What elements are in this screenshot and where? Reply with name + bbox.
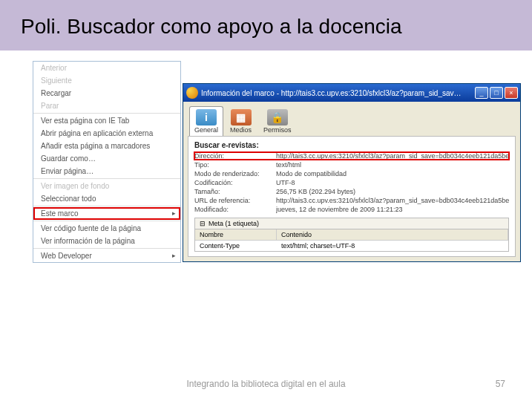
menu-web-developer[interactable]: Web Developer ▸ <box>33 250 180 262</box>
table-header-row: Nombre Contenido <box>195 229 508 241</box>
menu-select-all[interactable]: Seleccionar todo <box>33 192 180 205</box>
window-titlebar[interactable]: Información del marco - http://tais3.cc.… <box>183 84 520 102</box>
row-size: Tamaño: 256,75 KB (202.294 bytes) <box>194 188 509 195</box>
meta-toggle[interactable]: ⊟ Meta (1 etiqueta) <box>194 218 509 229</box>
col-name: Nombre <box>195 229 277 241</box>
menu-stop[interactable]: Parar <box>33 100 180 112</box>
media-icon: ▦ <box>231 109 252 125</box>
menu-item-label: Web Developer <box>41 252 92 260</box>
meta-table: Nombre Contenido Content-Type text/html;… <box>194 229 509 252</box>
tab-label: General <box>194 126 218 134</box>
cell-name: Content-Type <box>195 241 277 251</box>
value-referrer: http://tais3.cc.upv.es:3210/sfxlcl3/az?p… <box>276 197 509 204</box>
table-row[interactable]: Content-Type text/html; charset=UTF-8 <box>195 241 508 251</box>
menu-item-label: Este marco <box>41 209 79 218</box>
slide-title-bar: Poli. Buscador como apoyo a la docencia <box>0 0 532 50</box>
tab-label: Medios <box>230 126 252 134</box>
menu-separator <box>33 221 180 221</box>
collapse-icon: ⊟ <box>200 220 206 227</box>
label-type: Tipo: <box>194 161 276 169</box>
label-render: Modo de renderizado: <box>194 170 276 177</box>
meta-section: ⊟ Meta (1 etiqueta) Nombre Contenido Con… <box>194 218 509 252</box>
menu-save-as[interactable]: Guardar como… <box>33 152 180 165</box>
content-area: Anterior Siguiente Recargar Parar Ver es… <box>0 50 532 355</box>
menu-bookmark[interactable]: Añadir esta página a marcadores <box>33 140 180 152</box>
window-controls: _ □ × <box>475 87 518 99</box>
close-button[interactable]: × <box>505 87 518 99</box>
firefox-icon <box>186 87 198 99</box>
row-referrer: URL de referencia: http://tais3.cc.upv.e… <box>194 197 509 204</box>
value-encoding: UTF-8 <box>276 179 509 186</box>
menu-forward[interactable]: Siguiente <box>33 74 180 87</box>
label-size: Tamaño: <box>194 188 276 195</box>
menu-send-page[interactable]: Enviar página… <box>33 165 180 177</box>
submenu-arrow-icon: ▸ <box>172 209 176 217</box>
lock-icon: 🔒 <box>267 109 288 125</box>
menu-separator <box>33 113 180 114</box>
tab-permisos[interactable]: 🔒 Permisos <box>258 106 297 136</box>
row-type: Tipo: text/html <box>194 161 509 169</box>
row-modified: Modificado: jueves, 12 de noviembre de 2… <box>194 206 509 213</box>
slide-title: Poli. Buscador como apoyo a la docencia <box>21 15 511 39</box>
col-content: Contenido <box>277 229 508 241</box>
menu-this-frame[interactable]: Este marco ▸ <box>33 207 180 220</box>
menu-reload[interactable]: Recargar <box>33 87 180 100</box>
minimize-button[interactable]: _ <box>475 87 488 99</box>
info-window: Información del marco - http://tais3.cc.… <box>183 83 521 262</box>
slide-footer: Integrando la biblioteca digital en el a… <box>0 379 532 389</box>
value-size: 256,75 KB (202.294 bytes) <box>276 188 509 195</box>
row-address: Dirección: http://tais3.cc.upv.es:3210/s… <box>194 152 509 160</box>
menu-ie-tab[interactable]: Ver esta página con IE Tab <box>33 114 180 127</box>
submenu-arrow-icon: ▸ <box>172 252 176 259</box>
cell-content: text/html; charset=UTF-8 <box>277 241 508 251</box>
footer-caption: Integrando la biblioteca digital en el a… <box>0 379 532 389</box>
menu-separator <box>33 206 180 206</box>
page-number: 57 <box>496 379 505 389</box>
tab-strip: i General ▦ Medios 🔒 Permisos <box>183 102 520 136</box>
row-encoding: Codificación: UTF-8 <box>194 179 509 186</box>
menu-separator <box>33 248 180 249</box>
context-menu: Anterior Siguiente Recargar Parar Ver es… <box>33 61 181 263</box>
menu-separator <box>33 178 180 179</box>
menu-view-bg[interactable]: Ver imagen de fondo <box>33 180 180 192</box>
value-modified: jueves, 12 de noviembre de 2009 11:21:23 <box>276 206 509 213</box>
value-address: http://tais3.cc.upv.es:3210/sfxlcl3/az?p… <box>276 152 509 160</box>
label-referrer: URL de referencia: <box>194 197 276 204</box>
value-render: Modo de compatibilidad <box>276 170 509 177</box>
window-title: Información del marco - http://tais3.cc.… <box>201 89 475 97</box>
window-body: Buscar e-revistas: Dirección: http://tai… <box>188 136 516 257</box>
label-encoding: Codificación: <box>194 179 276 186</box>
menu-back[interactable]: Anterior <box>33 62 180 74</box>
menu-view-source[interactable]: Ver código fuente de la página <box>33 222 180 235</box>
maximize-button[interactable]: □ <box>490 87 503 99</box>
meta-toggle-label: Meta (1 etiqueta) <box>208 220 259 227</box>
label-address: Dirección: <box>194 152 276 160</box>
tab-medios[interactable]: ▦ Medios <box>225 106 257 136</box>
label-modified: Modificado: <box>194 206 276 213</box>
tab-general[interactable]: i General <box>189 106 223 136</box>
tab-label: Permisos <box>263 126 292 134</box>
info-icon: i <box>196 109 217 125</box>
section-heading: Buscar e-revistas: <box>194 141 509 149</box>
menu-page-info[interactable]: Ver información de la página <box>33 235 180 247</box>
row-render: Modo de renderizado: Modo de compatibili… <box>194 170 509 177</box>
menu-open-external[interactable]: Abrir página en aplicación externa <box>33 127 180 140</box>
value-type: text/html <box>276 161 509 169</box>
